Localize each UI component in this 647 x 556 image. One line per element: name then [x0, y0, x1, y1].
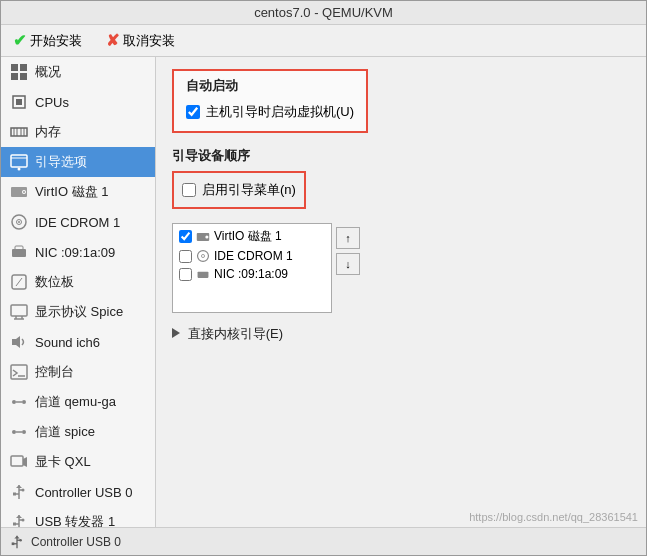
boot-order-label: 引导设备顺序 [172, 147, 630, 165]
sidebar-item-virtio[interactable]: VirtIO 磁盘 1 [1, 177, 155, 207]
svg-rect-53 [198, 272, 209, 278]
sidebar-label-sound: Sound ich6 [35, 335, 100, 350]
boot-item-2-nic-icon [196, 267, 210, 281]
status-usb-icon [9, 534, 25, 550]
status-item-label: Controller USB 0 [31, 535, 121, 549]
sidebar-item-nic[interactable]: NIC :09:1a:09 [1, 237, 155, 267]
sidebar-label-overview: 概况 [35, 63, 61, 81]
boot-menu-checkbox[interactable] [182, 183, 196, 197]
cross-icon: ✘ [106, 31, 119, 50]
sidebar-item-sound[interactable]: Sound ich6 [1, 327, 155, 357]
svg-point-52 [201, 254, 204, 257]
boot-item-2-label: NIC :09:1a:09 [214, 267, 288, 281]
cdrom-icon [9, 212, 29, 232]
svg-marker-29 [12, 336, 20, 348]
sidebar-label-boot: 引导选项 [35, 153, 87, 171]
sidebar-item-tablet[interactable]: 数位板 [1, 267, 155, 297]
sidebar-label-console: 控制台 [35, 363, 74, 381]
svg-rect-1 [20, 64, 27, 71]
boot-list-area: VirtIO 磁盘 1 IDE CDROM 1 NIC :09:1a:09 [172, 223, 630, 313]
display-icon [9, 302, 29, 322]
sidebar-label-channel-qemu: 信道 qemu-ga [35, 393, 116, 411]
sidebar-item-usb-redir[interactable]: USB 转发器 1 [1, 507, 155, 527]
main-window: centos7.0 - QEMU/KVM ✔ 开始安装 ✘ 取消安装 概况 [0, 0, 647, 556]
cancel-install-button[interactable]: ✘ 取消安装 [102, 29, 179, 52]
autostart-checkbox[interactable] [186, 105, 200, 119]
sidebar-label-tablet: 数位板 [35, 273, 74, 291]
svg-point-50 [205, 235, 208, 238]
direct-boot-row[interactable]: 直接内核引导(E) [172, 325, 630, 343]
direct-boot-triangle-icon [172, 328, 180, 338]
boot-order-section: 引导设备顺序 启用引导菜单(n) VirtIO 磁盘 1 [172, 147, 630, 313]
start-install-button[interactable]: ✔ 开始安装 [9, 29, 86, 52]
boot-item-1-checkbox[interactable] [179, 250, 192, 263]
direct-boot-label: 直接内核引导(E) [188, 326, 283, 341]
nic-icon [9, 242, 29, 262]
toolbar: ✔ 开始安装 ✘ 取消安装 [1, 25, 646, 57]
sidebar-label-cpus: CPUs [35, 95, 69, 110]
svg-rect-0 [11, 64, 18, 71]
boot-item-0-checkbox[interactable] [179, 230, 192, 243]
svg-point-32 [12, 400, 16, 404]
boot-icon [9, 152, 29, 172]
sidebar-item-usb-ctrl[interactable]: Controller USB 0 [1, 477, 155, 507]
sidebar-item-memory[interactable]: 内存 [1, 117, 155, 147]
usb-icon [9, 482, 29, 502]
boot-item-2-checkbox[interactable] [179, 268, 192, 281]
autostart-label: 主机引导时启动虚拟机(U) [206, 103, 354, 121]
sidebar-item-channel-spice[interactable]: 信道 spice [1, 417, 155, 447]
svg-rect-6 [11, 128, 27, 136]
boot-menu-label: 启用引导菜单(n) [202, 181, 296, 199]
svg-point-51 [198, 251, 209, 262]
svg-point-46 [22, 519, 25, 522]
sidebar-label-usb-redir: USB 转发器 1 [35, 513, 115, 527]
sidebar-item-overview[interactable]: 概况 [1, 57, 155, 87]
main-panel: 自动启动 主机引导时启动虚拟机(U) 引导设备顺序 启用引导菜单(n) [156, 57, 646, 527]
cpu-icon [9, 92, 29, 112]
sound-icon [9, 332, 29, 352]
svg-point-56 [19, 538, 22, 541]
sidebar-label-cdrom: IDE CDROM 1 [35, 215, 120, 230]
start-install-label: 开始安装 [30, 32, 82, 50]
svg-rect-58 [12, 542, 15, 545]
video-icon [9, 452, 29, 472]
svg-point-19 [18, 221, 20, 223]
svg-rect-3 [20, 73, 27, 80]
channel-icon [9, 392, 29, 412]
checkmark-icon: ✔ [13, 31, 26, 50]
sidebar-item-cdrom[interactable]: IDE CDROM 1 [1, 207, 155, 237]
boot-menu-box: 启用引导菜单(n) [172, 171, 306, 209]
overview-icon [9, 62, 29, 82]
sidebar-item-video[interactable]: 显卡 QXL [1, 447, 155, 477]
sidebar-item-cpus[interactable]: CPUs [1, 87, 155, 117]
boot-item-0-label: VirtIO 磁盘 1 [214, 228, 282, 245]
content-area: 概况 CPUs 内存 引导选项 [1, 57, 646, 527]
boot-item-0: VirtIO 磁盘 1 [175, 226, 329, 247]
svg-line-24 [16, 278, 22, 286]
channel-spice-icon [9, 422, 29, 442]
disk-icon [9, 182, 29, 202]
sidebar-item-boot[interactable]: 引导选项 [1, 147, 155, 177]
sidebar-item-console[interactable]: 控制台 [1, 357, 155, 387]
boot-item-1-cdrom-icon [196, 249, 210, 263]
status-bar: Controller USB 0 [1, 527, 646, 555]
boot-list: VirtIO 磁盘 1 IDE CDROM 1 NIC :09:1a:09 [172, 223, 332, 313]
svg-rect-30 [11, 365, 27, 379]
boot-item-2: NIC :09:1a:09 [175, 265, 329, 283]
sidebar-item-channel-qemu[interactable]: 信道 qemu-ga [1, 387, 155, 417]
boot-arrows: ↑ ↓ [336, 223, 360, 313]
tablet-icon [9, 272, 29, 292]
sidebar-label-video: 显卡 QXL [35, 453, 91, 471]
memory-icon [9, 122, 29, 142]
boot-item-1-label: IDE CDROM 1 [214, 249, 293, 263]
boot-up-button[interactable]: ↑ [336, 227, 360, 249]
svg-point-36 [22, 430, 26, 434]
sidebar-item-spice[interactable]: 显示协议 Spice [1, 297, 155, 327]
sidebar-label-virtio: VirtIO 磁盘 1 [35, 183, 108, 201]
svg-rect-38 [11, 456, 23, 466]
boot-down-button[interactable]: ↓ [336, 253, 360, 275]
svg-rect-43 [13, 493, 16, 496]
svg-point-16 [23, 191, 25, 193]
sidebar-label-channel-spice: 信道 spice [35, 423, 95, 441]
autostart-checkbox-row: 主机引导时启动虚拟机(U) [186, 103, 354, 121]
